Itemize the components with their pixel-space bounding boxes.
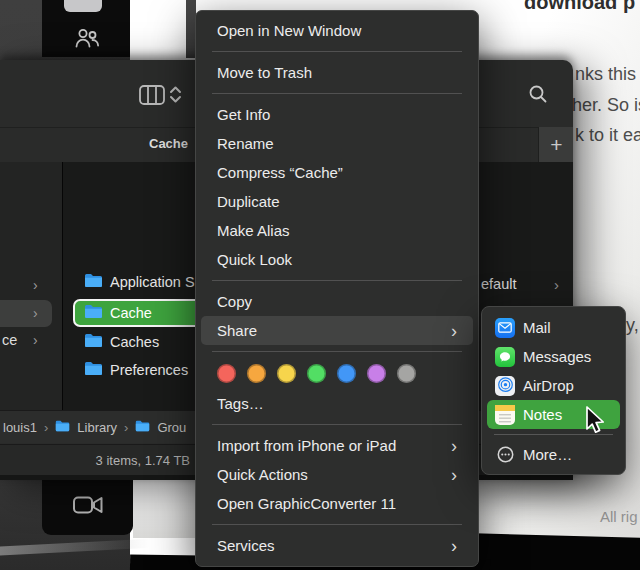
context-menu: Open in New Window Move to Trash Get Inf… <box>195 10 479 567</box>
file-name: Cache <box>110 305 152 321</box>
menu-item-label: Tags… <box>217 395 264 412</box>
chevron-right-icon: › <box>451 437 457 455</box>
tag-red[interactable] <box>217 364 236 383</box>
desktop-light-streak <box>0 539 150 557</box>
submenu-item-messages[interactable]: Messages <box>487 342 620 371</box>
menu-separator <box>212 51 462 52</box>
page-text-fragment: k to it ea <box>575 125 640 146</box>
folder-icon <box>84 333 103 351</box>
window-title: Cache <box>149 136 188 151</box>
chevron-right-icon: › <box>451 322 457 340</box>
screen: download p nks this her. So is k to it e… <box>0 0 640 570</box>
path-item[interactable]: louis1 <box>3 420 37 435</box>
menu-separator <box>212 351 462 352</box>
more-ellipsis-icon <box>495 445 515 465</box>
parent-column-highlighted-row[interactable] <box>0 300 52 327</box>
menu-item-import-from-iphone[interactable]: Import from iPhone or iPad › <box>201 431 473 460</box>
page-text-fragment: y, <box>626 315 639 336</box>
menu-separator <box>212 524 462 525</box>
new-tab-button[interactable]: + <box>538 127 573 162</box>
video-camera-icon[interactable] <box>72 493 104 521</box>
video-panel <box>42 478 133 535</box>
menu-item-label: Share <box>217 322 257 339</box>
tag-orange[interactable] <box>247 364 266 383</box>
path-item[interactable]: Library <box>77 420 117 435</box>
submenu-item-label: Notes <box>523 406 562 423</box>
menu-item-label: Quick Actions <box>217 466 308 483</box>
tag-blue[interactable] <box>337 364 356 383</box>
folder-icon <box>135 420 150 435</box>
menu-item-compress[interactable]: Compress “Cache” <box>201 158 473 187</box>
column-view-icon[interactable] <box>139 85 165 109</box>
tag-gray[interactable] <box>397 364 416 383</box>
submenu-item-label: Messages <box>523 348 591 365</box>
file-name: Caches <box>110 334 159 350</box>
menu-item-share[interactable]: Share › <box>201 316 473 345</box>
tag-color-row <box>196 358 478 389</box>
chevron-right-icon: › <box>554 276 559 293</box>
menu-item-label: Compress “Cache” <box>217 164 343 181</box>
page-footer-fragment: All rig <box>600 508 638 525</box>
menu-item-get-info[interactable]: Get Info <box>201 100 473 129</box>
submenu-item-label: Mail <box>523 319 551 336</box>
menu-item-open-graphicconverter[interactable]: Open GraphicConverter 11 <box>201 489 473 518</box>
file-name: Preferences <box>110 362 188 378</box>
parent-column-item-label[interactable]: ce <box>2 332 17 348</box>
submenu-item-label: More… <box>523 446 572 463</box>
people-icon[interactable] <box>73 26 101 56</box>
menu-separator <box>212 280 462 281</box>
menu-item-label: Services <box>217 537 275 554</box>
menu-item-duplicate[interactable]: Duplicate <box>201 187 473 216</box>
menu-item-label: Open GraphicConverter 11 <box>217 495 396 512</box>
menu-item-quick-actions[interactable]: Quick Actions › <box>201 460 473 489</box>
search-icon[interactable] <box>528 84 548 108</box>
menu-item-label: Duplicate <box>217 193 280 210</box>
menu-item-make-alias[interactable]: Make Alias <box>201 216 473 245</box>
menu-item-label: Copy <box>217 293 252 310</box>
submenu-item-airdrop[interactable]: AirDrop <box>487 371 620 400</box>
menu-item-open-in-new-window[interactable]: Open in New Window <box>201 16 473 45</box>
folder-icon <box>55 420 70 435</box>
path-separator: › <box>124 420 128 435</box>
mail-app-icon <box>495 318 515 338</box>
folder-icon <box>84 273 103 291</box>
airdrop-app-icon <box>495 376 515 396</box>
menu-item-quick-look[interactable]: Quick Look <box>201 245 473 274</box>
tag-purple[interactable] <box>367 364 386 383</box>
page-visible-patch <box>133 478 196 538</box>
menu-item-rename[interactable]: Rename <box>201 129 473 158</box>
subfolder-row[interactable]: efault › <box>470 272 573 296</box>
share-submenu: Mail Messages AirDrop Notes <box>481 306 626 475</box>
submenu-item-more[interactable]: More… <box>487 440 620 469</box>
parent-column: › › ce › <box>0 162 63 410</box>
menu-item-label: Quick Look <box>217 251 292 268</box>
menu-item-tags[interactable]: Tags… <box>201 389 473 418</box>
path-item[interactable]: Grou <box>157 420 186 435</box>
menu-item-services[interactable]: Services › <box>201 531 473 560</box>
partial-icon-shape <box>64 0 102 12</box>
status-text: 3 items, 1.74 TB <box>0 445 190 476</box>
messages-app-icon <box>495 347 515 367</box>
chevron-up-down-icon[interactable] <box>169 86 182 107</box>
menu-item-label: Make Alias <box>217 222 290 239</box>
folder-icon <box>84 361 103 379</box>
page-text-fragment: nks this <box>575 64 636 85</box>
tag-yellow[interactable] <box>277 364 296 383</box>
menu-item-move-to-trash[interactable]: Move to Trash <box>201 58 473 87</box>
subfolder-label: efault <box>481 276 516 292</box>
menu-item-label: Move to Trash <box>217 64 312 81</box>
page-headline-fragment: download p <box>524 0 635 14</box>
file-name: Application S <box>110 274 195 290</box>
tag-green[interactable] <box>307 364 326 383</box>
mouse-cursor <box>581 404 607 440</box>
notes-app-icon <box>495 405 515 425</box>
chevron-right-icon: › <box>451 466 457 484</box>
submenu-item-mail[interactable]: Mail <box>487 313 620 342</box>
menu-separator <box>212 93 462 94</box>
menu-item-copy[interactable]: Copy <box>201 287 473 316</box>
chevron-right-icon: › <box>33 305 38 321</box>
submenu-item-label: AirDrop <box>523 377 574 394</box>
folder-icon <box>84 304 103 322</box>
menu-item-label: Rename <box>217 135 274 152</box>
chevron-right-icon: › <box>451 537 457 555</box>
